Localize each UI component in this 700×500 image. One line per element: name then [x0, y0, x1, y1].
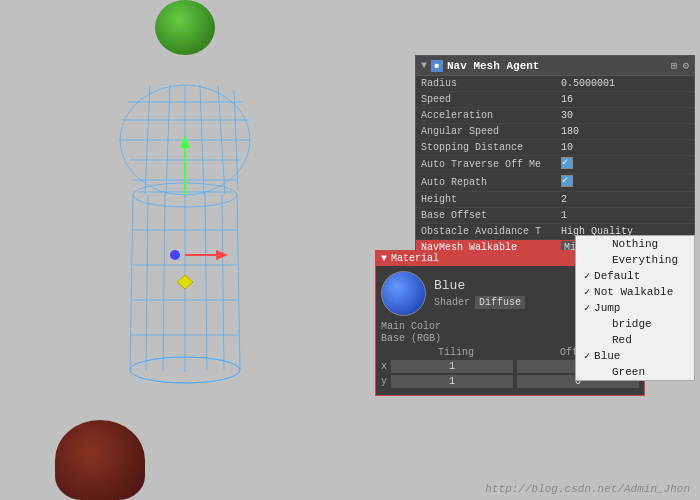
svg-line-22	[163, 193, 165, 371]
dropdown-item-nothing[interactable]: Nothing	[576, 236, 694, 252]
shader-row: Shader Diffuse	[434, 296, 525, 309]
shader-label: Shader	[434, 297, 470, 308]
filter-icon: ▼	[421, 60, 427, 71]
property-angular-speed: Angular Speed 180	[416, 124, 694, 140]
mesh-character: .wire { fill: none; stroke: #44aaff; str…	[70, 80, 300, 400]
svg-point-31	[170, 250, 180, 260]
material-expand-icon: ▼	[381, 253, 387, 264]
info-icon[interactable]: ⊞	[671, 59, 678, 72]
dropdown-item-blue[interactable]: Blue	[576, 348, 694, 364]
auto-repath-checkbox[interactable]	[561, 175, 573, 187]
property-acceleration: Acceleration 30	[416, 108, 694, 124]
y-axis-label: y	[381, 376, 391, 387]
auto-traverse-checkbox[interactable]	[561, 157, 573, 169]
3d-viewport: .wire { fill: none; stroke: #44aaff; str…	[0, 0, 700, 500]
x-tiling-input[interactable]: 1	[391, 360, 513, 373]
property-speed: Speed 16	[416, 92, 694, 108]
property-radius: Radius 0.5000001	[416, 76, 694, 92]
shader-value[interactable]: Diffuse	[475, 296, 525, 309]
property-auto-traverse: Auto Traverse Off Me	[416, 156, 694, 174]
property-height: Height 2	[416, 192, 694, 208]
inspector-title: Nav Mesh Agent	[447, 60, 539, 72]
dropdown-item-bridge[interactable]: bridge	[576, 316, 694, 332]
material-name: Blue	[434, 278, 525, 293]
property-stopping-distance: Stopping Distance 10	[416, 140, 694, 156]
inspector-panel: ▼ ■ Nav Mesh Agent ⊞ ⚙ Radius 0.5000001 …	[415, 55, 695, 257]
svg-line-15	[237, 195, 240, 370]
dropdown-item-jump[interactable]: Jump	[576, 300, 694, 316]
svg-line-25	[222, 195, 224, 370]
property-auto-repath: Auto Repath	[416, 174, 694, 192]
dropdown-item-green[interactable]: Green	[576, 364, 694, 380]
svg-line-21	[146, 195, 148, 370]
dropdown-item-default[interactable]: Default	[576, 268, 694, 284]
svg-line-14	[130, 195, 133, 370]
svg-line-24	[205, 193, 207, 371]
script-icon: ■	[431, 60, 443, 72]
dropdown-item-everything[interactable]: Everything	[576, 252, 694, 268]
material-preview-sphere	[381, 271, 426, 316]
dropdown-item-not-walkable[interactable]: Not Walkable	[576, 284, 694, 300]
svg-marker-28	[180, 135, 190, 148]
dropdown-item-red[interactable]: Red	[576, 332, 694, 348]
svg-marker-32	[177, 275, 193, 289]
y-tiling-input[interactable]: 1	[391, 375, 513, 388]
properties-list: Radius 0.5000001 Speed 16 Acceleration 3…	[416, 76, 694, 256]
svg-marker-30	[216, 250, 228, 260]
gear-icon[interactable]: ⚙	[682, 59, 689, 72]
watermark: http://blog.csdn.net/Admin_Jhon	[485, 483, 690, 495]
walkable-dropdown-menu: Nothing Everything Default Not Walkable …	[575, 235, 695, 381]
green-sphere	[155, 0, 215, 55]
material-info: Blue Shader Diffuse	[434, 278, 525, 309]
tiling-col-header: Tiling	[395, 347, 517, 358]
inspector-header: ▼ ■ Nav Mesh Agent ⊞ ⚙	[416, 56, 694, 76]
red-shape	[55, 420, 145, 500]
property-base-offset: Base Offset 1	[416, 208, 694, 224]
x-axis-label: x	[381, 361, 391, 372]
